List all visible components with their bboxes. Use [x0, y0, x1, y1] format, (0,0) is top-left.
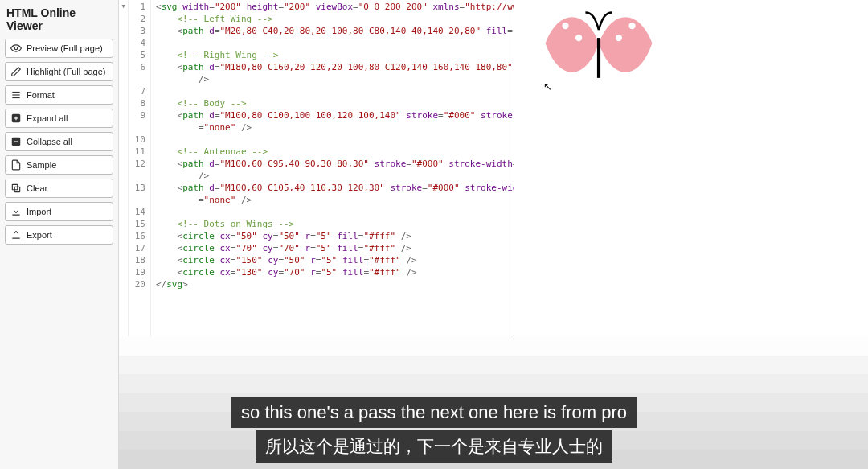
file-icon	[10, 159, 22, 171]
button-label: Clear	[27, 183, 47, 193]
wing-dot	[575, 35, 582, 41]
left-wing	[546, 17, 599, 72]
clear-button[interactable]: Clear	[5, 179, 113, 198]
button-label: Preview (Full page)	[27, 43, 103, 53]
button-label: Collapse all	[27, 137, 72, 146]
export-button[interactable]: Export	[5, 225, 113, 245]
bottom-gradient	[119, 336, 868, 469]
button-label: Expand all	[27, 113, 68, 123]
format-button[interactable]: Format	[5, 85, 113, 105]
highlight-button[interactable]: Highlight (Full page)	[5, 62, 113, 81]
download-icon	[10, 206, 22, 217]
wing-dot	[562, 23, 568, 29]
wing-dot	[616, 35, 622, 41]
edit-icon	[10, 66, 22, 77]
collapse-all-button[interactable]: Collapse all	[5, 132, 113, 151]
sidebar: HTML Online Viewer Preview (Full page) H…	[0, 0, 119, 469]
app-title: HTML Online Viewer	[5, 3, 113, 39]
svg-point-0	[14, 47, 18, 50]
expand-all-button[interactable]: Expand all	[5, 109, 113, 128]
button-label: Export	[27, 230, 52, 240]
copy-icon	[10, 183, 22, 194]
mouse-cursor-icon: ↖	[543, 80, 552, 93]
minus-square-icon	[10, 136, 22, 147]
button-label: Import	[27, 207, 51, 216]
upload-icon	[10, 229, 22, 241]
plus-square-icon	[10, 113, 22, 124]
right-wing	[599, 17, 652, 72]
preview-button[interactable]: Preview (Full page)	[5, 39, 113, 58]
button-label: Format	[27, 90, 55, 100]
list-icon	[10, 89, 22, 101]
fold-marker-icon[interactable]: ▾	[121, 1, 126, 11]
button-label: Sample	[27, 160, 56, 170]
eye-icon	[10, 43, 22, 54]
button-label: Highlight (Full page)	[27, 67, 105, 76]
import-button[interactable]: Import	[5, 202, 113, 221]
wing-dot	[628, 23, 635, 29]
sample-button[interactable]: Sample	[5, 155, 113, 175]
